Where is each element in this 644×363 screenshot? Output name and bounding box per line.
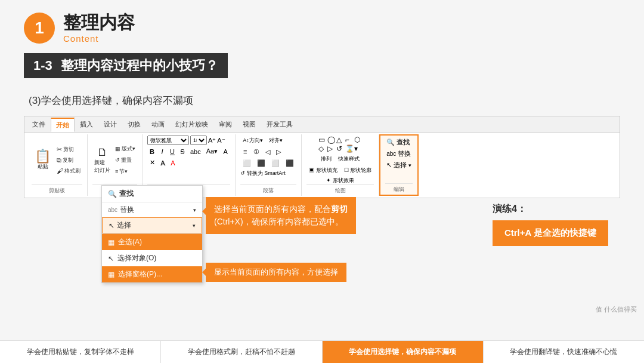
select-pane-label: 选择窗格(P)... bbox=[118, 269, 162, 279]
select-pane-icon: ▦ bbox=[108, 270, 114, 279]
shape-2[interactable]: ◯ bbox=[327, 136, 336, 144]
shape-effect-btn[interactable]: ✦ 形状效果 bbox=[326, 177, 354, 184]
tab-view[interactable]: 视图 bbox=[237, 118, 261, 132]
bold-button[interactable]: B bbox=[147, 147, 157, 156]
new-slide-icon: 🗋 bbox=[97, 146, 108, 159]
smartart-btn[interactable]: ↺ 转换为 SmartArt bbox=[240, 170, 286, 177]
dropdown-select-all[interactable]: ▦ 全选(A) bbox=[102, 234, 202, 250]
find-button[interactable]: 🔍 查找 bbox=[386, 138, 410, 147]
align-btn[interactable]: 对齐▾ bbox=[267, 136, 285, 146]
tab-file[interactable]: 文件 bbox=[27, 118, 51, 132]
section-icon: ≡ bbox=[115, 168, 118, 174]
bottom-item-1: 学会使用格式刷，赶稿不怕不赶趟 bbox=[161, 341, 322, 363]
replace-icon-sm: abc bbox=[108, 207, 117, 213]
text-direction-btn[interactable]: A↕方向▾ bbox=[240, 136, 265, 146]
format-brush-button[interactable]: 🖌 格式刷 bbox=[55, 166, 82, 176]
callout-2-text: 显示当前页面的所有内容，方便选择 bbox=[214, 267, 338, 276]
tab-design[interactable]: 设计 bbox=[98, 118, 122, 132]
select-item-arrow: ▾ bbox=[193, 223, 196, 229]
indent-more-btn[interactable]: ▷ bbox=[274, 147, 283, 157]
shape-8[interactable]: ↺ bbox=[336, 144, 345, 153]
callout-2: 显示当前页面的所有内容，方便选择 bbox=[206, 263, 346, 282]
ribbon-group-drawing: ▭ ◯ △ ⌐ ⬡ ◇ ▷ ↺ ⌛ ▾ 排列 快速样式 bbox=[302, 134, 379, 196]
shape-9[interactable]: ⌛ bbox=[345, 144, 354, 153]
increase-font-btn[interactable]: A⁺ bbox=[208, 137, 216, 144]
dropdown-select-item[interactable]: ↖ 选择 ▾ bbox=[102, 217, 202, 233]
paste-label: 粘贴 bbox=[38, 163, 48, 171]
align-center-btn[interactable]: ⬛ bbox=[255, 158, 268, 168]
font-color-btn2[interactable]: A bbox=[168, 158, 178, 168]
font-controls: 微软雅黑 18 A⁺ A⁻ B I U S abc Aa▾ bbox=[147, 136, 230, 184]
tab-transition[interactable]: 切换 bbox=[122, 118, 146, 132]
tab-review[interactable]: 审阅 bbox=[213, 118, 237, 132]
quick-style-btn[interactable]: 快速样式 bbox=[336, 154, 362, 164]
font-spacing-btn[interactable]: abc bbox=[188, 147, 203, 156]
tab-insert[interactable]: 插入 bbox=[75, 118, 98, 132]
font-size-select[interactable]: 18 bbox=[190, 136, 207, 145]
section-number: 1-3 bbox=[33, 58, 52, 73]
align-right-btn[interactable]: ⬜ bbox=[269, 158, 282, 168]
replace-button[interactable]: abc 替换 bbox=[386, 149, 411, 158]
ribbon-group-clipboard: 📋 粘贴 ✂ 剪切 ⧉ 复制 🖌 bbox=[27, 134, 88, 196]
dropdown-select-object[interactable]: ↖ 选择对象(O) bbox=[102, 250, 202, 266]
shape-fill-btn[interactable]: ▣ 形状填充 bbox=[306, 165, 340, 176]
bullet-list-btn[interactable]: ≡ bbox=[240, 147, 250, 157]
shape-1[interactable]: ▭ bbox=[318, 136, 327, 144]
underline-button[interactable]: U bbox=[168, 147, 177, 156]
section-button[interactable]: ≡节▾ bbox=[113, 167, 137, 177]
para-list-row: ≡ ① ◁ ▷ bbox=[240, 147, 283, 157]
font-family-select[interactable]: 微软雅黑 bbox=[147, 136, 189, 145]
watermark: 值 什么值得买 bbox=[596, 305, 637, 314]
justify-btn[interactable]: ⬛ bbox=[283, 158, 296, 168]
indent-less-btn[interactable]: ◁ bbox=[263, 147, 273, 157]
tab-developer[interactable]: 开发工具 bbox=[261, 118, 298, 132]
bottom-item-0: 学会使用粘贴键，复制字体不走样 bbox=[0, 341, 161, 363]
num-list-btn[interactable]: ① bbox=[251, 147, 262, 157]
clear-format-btn[interactable]: ✕ bbox=[147, 158, 157, 168]
tab-animation[interactable]: 动画 bbox=[146, 118, 170, 132]
decrease-font-btn[interactable]: A⁻ bbox=[217, 137, 225, 144]
italic-button[interactable]: I bbox=[157, 147, 167, 156]
select-button[interactable]: ↖ 选择 ▾ bbox=[386, 161, 411, 170]
practice-box: 演练4： Ctrl+A 是全选的快捷键 bbox=[493, 203, 608, 246]
tab-home[interactable]: 开始 bbox=[51, 118, 75, 132]
shape-more[interactable]: ▾ bbox=[354, 144, 363, 153]
dropdown-select-pane[interactable]: ▦ 选择窗格(P)... bbox=[102, 266, 202, 282]
select-dropdown-arrow[interactable]: ▾ bbox=[408, 162, 411, 168]
shape-7[interactable]: ▷ bbox=[327, 144, 336, 153]
layout-button[interactable]: ▦版式▾ bbox=[113, 144, 137, 154]
font-case-btn[interactable]: Aa▾ bbox=[204, 146, 220, 156]
shape-outline-btn[interactable]: ☐ 形状轮廓 bbox=[342, 165, 374, 176]
shape-4[interactable]: ⌐ bbox=[345, 136, 354, 144]
dropdown-find-title: 🔍 查找 bbox=[102, 186, 202, 202]
cut-button[interactable]: ✂ 剪切 bbox=[55, 144, 82, 155]
replace-arrow: ▾ bbox=[193, 207, 196, 213]
slide-btns: 🗋 新建幻灯片 bbox=[92, 145, 112, 176]
section-title-text: 整理内容过程中的小技巧？ bbox=[61, 58, 218, 73]
font-selector-row: 微软雅黑 18 A⁺ A⁻ bbox=[147, 136, 225, 145]
header-title-cn: 整理内容 bbox=[63, 12, 135, 33]
dropdown-replace-item[interactable]: abc 替换 ▾ bbox=[102, 202, 202, 217]
font-color-btn[interactable]: A bbox=[221, 147, 230, 156]
align-left-btn[interactable]: ⬜ bbox=[240, 158, 253, 168]
section-title-block: 1-3 整理内容过程中的小技巧？ bbox=[24, 53, 620, 87]
reset-button[interactable]: ↺重置 bbox=[113, 155, 137, 165]
tab-slideshow[interactable]: 幻灯片放映 bbox=[170, 118, 213, 132]
select-icon-sm: ↖ bbox=[109, 222, 114, 230]
arrange-btn[interactable]: 排列 bbox=[318, 154, 334, 164]
editing-controls: 🔍 查找 abc 替换 ↖ 选择 ▾ bbox=[385, 137, 413, 183]
paste-button[interactable]: 📋 粘贴 bbox=[32, 144, 54, 177]
bottom-item-2: 学会使用选择键，确保内容不漏项 bbox=[323, 341, 484, 363]
subtitle: (3)学会使用选择键，确保内容不漏项 bbox=[29, 94, 620, 107]
new-slide-button[interactable]: 🗋 新建幻灯片 bbox=[92, 145, 112, 176]
shadow-btn[interactable]: A bbox=[158, 158, 168, 168]
ribbon-group-paragraph: A↕方向▾ 对齐▾ ≡ ① ◁ ▷ ⬜ ⬛ ⬜ ⬛ ↺ bbox=[236, 134, 302, 196]
format-brush-icon: 🖌 bbox=[57, 167, 63, 174]
copy-button[interactable]: ⧉ 复制 bbox=[55, 155, 82, 165]
shape-5[interactable]: ⬡ bbox=[354, 136, 363, 144]
shape-6[interactable]: ◇ bbox=[318, 144, 327, 153]
select-icon: ↖ bbox=[386, 161, 392, 169]
header-title-en: Content bbox=[63, 33, 135, 44]
shape-3[interactable]: △ bbox=[336, 136, 345, 144]
strikethrough-button[interactable]: S bbox=[178, 147, 187, 156]
